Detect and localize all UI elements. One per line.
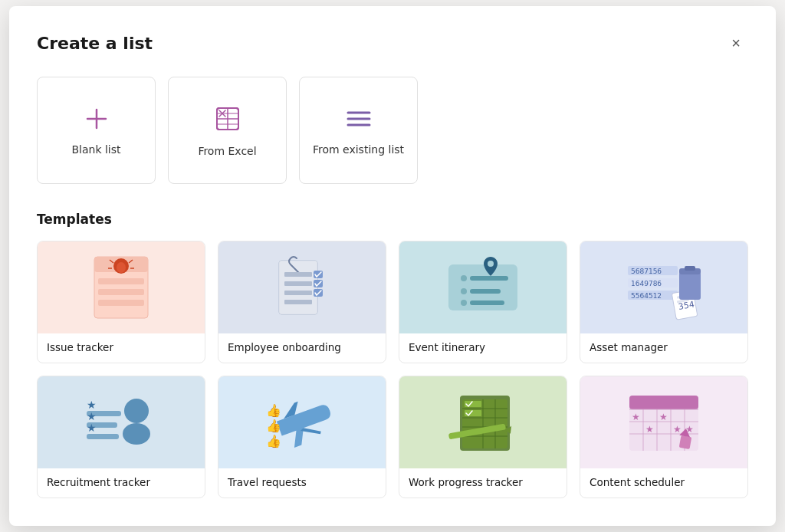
svg-text:👍: 👍 <box>266 419 281 433</box>
templates-section: Templates <box>37 212 748 498</box>
blank-list-option[interactable]: Blank list <box>37 77 156 184</box>
close-button[interactable]: × <box>724 31 748 55</box>
svg-rect-24 <box>284 272 312 277</box>
svg-text:★: ★ <box>659 412 668 422</box>
blank-list-icon <box>83 105 110 133</box>
template-issue-tracker[interactable]: Issue tracker <box>37 241 205 363</box>
svg-rect-25 <box>284 281 312 286</box>
employee-onboarding-label: Employee onboarding <box>218 333 386 363</box>
issue-tracker-label: Issue tracker <box>38 333 205 363</box>
svg-point-36 <box>461 300 467 306</box>
svg-text:👍: 👍 <box>266 403 281 418</box>
from-existing-option[interactable]: From existing list <box>299 77 418 184</box>
svg-point-53 <box>123 423 150 445</box>
asset-manager-label: Asset manager <box>580 333 747 363</box>
blank-list-label: Blank list <box>71 143 120 156</box>
work-progress-label: Work progress tracker <box>399 468 567 498</box>
svg-text:1649786: 1649786 <box>631 280 662 287</box>
svg-text:★: ★ <box>645 424 654 435</box>
svg-rect-58 <box>87 434 119 439</box>
from-excel-label: From Excel <box>198 145 256 157</box>
svg-rect-89 <box>679 435 692 449</box>
template-event-itinerary[interactable]: Event itinerary <box>399 241 567 363</box>
modal-header: Create a list × <box>37 31 748 55</box>
templates-grid: Issue tracker <box>37 241 748 498</box>
template-asset-manager[interactable]: 5687156 1649786 5564512 354 <box>580 241 748 363</box>
svg-rect-26 <box>284 291 312 295</box>
event-itinerary-label: Event itinerary <box>399 333 567 363</box>
svg-text:★: ★ <box>87 422 97 434</box>
svg-rect-76 <box>629 396 698 409</box>
svg-text:👍: 👍 <box>266 434 281 448</box>
svg-rect-15 <box>98 300 144 306</box>
recruitment-tracker-thumbnail: ★ ★ ★ <box>38 376 205 468</box>
svg-rect-27 <box>284 300 312 304</box>
from-existing-label: From existing list <box>313 143 404 156</box>
recruitment-tracker-label: Recruitment tracker <box>38 468 205 498</box>
svg-rect-35 <box>470 289 501 294</box>
template-recruitment-tracker[interactable]: ★ ★ ★ Recruitment tracker <box>37 376 205 498</box>
from-excel-option[interactable]: From Excel <box>168 77 287 184</box>
existing-list-icon <box>343 105 374 133</box>
svg-rect-13 <box>98 278 144 284</box>
svg-text:★: ★ <box>632 412 640 422</box>
templates-heading: Templates <box>37 212 748 227</box>
svg-text:★: ★ <box>673 424 682 435</box>
svg-rect-37 <box>470 300 504 305</box>
event-itinerary-thumbnail <box>399 241 567 333</box>
create-list-modal: Create a list × Blank list <box>9 6 776 526</box>
svg-rect-72 <box>465 410 481 416</box>
svg-text:5564512: 5564512 <box>631 292 662 300</box>
template-work-progress[interactable]: Work progress tracker <box>399 376 567 498</box>
svg-rect-14 <box>98 289 144 295</box>
svg-point-38 <box>488 261 494 267</box>
content-scheduler-label: Content scheduler <box>580 468 747 498</box>
excel-icon <box>212 103 243 134</box>
svg-rect-49 <box>679 272 701 300</box>
svg-text:★: ★ <box>87 399 97 411</box>
creation-options-row: Blank list From Excel <box>37 77 748 184</box>
issue-tracker-thumbnail <box>38 241 205 333</box>
travel-requests-label: Travel requests <box>218 468 386 498</box>
svg-point-32 <box>461 275 467 281</box>
svg-rect-33 <box>470 276 508 281</box>
svg-rect-51 <box>685 266 695 271</box>
svg-text:5687156: 5687156 <box>631 268 662 275</box>
svg-text:★: ★ <box>87 410 97 422</box>
travel-requests-thumbnail: 👍 👍 👍 <box>218 376 386 468</box>
template-travel-requests[interactable]: 👍 👍 👍 Travel requests <box>218 376 386 498</box>
svg-rect-71 <box>465 401 481 407</box>
svg-rect-23 <box>279 261 317 314</box>
asset-manager-thumbnail: 5687156 1649786 5564512 354 <box>580 241 747 333</box>
work-progress-thumbnail <box>399 376 567 468</box>
svg-point-17 <box>117 262 126 273</box>
content-scheduler-thumbnail: ★ ★ ★ ★ ★ <box>580 376 747 468</box>
svg-point-34 <box>461 288 467 294</box>
employee-onboarding-thumbnail <box>218 241 386 333</box>
template-employee-onboarding[interactable]: Employee onboarding <box>218 241 386 363</box>
modal-title: Create a list <box>37 34 153 53</box>
template-content-scheduler[interactable]: ★ ★ ★ ★ ★ Content scheduler <box>580 376 748 498</box>
svg-point-52 <box>124 399 149 423</box>
